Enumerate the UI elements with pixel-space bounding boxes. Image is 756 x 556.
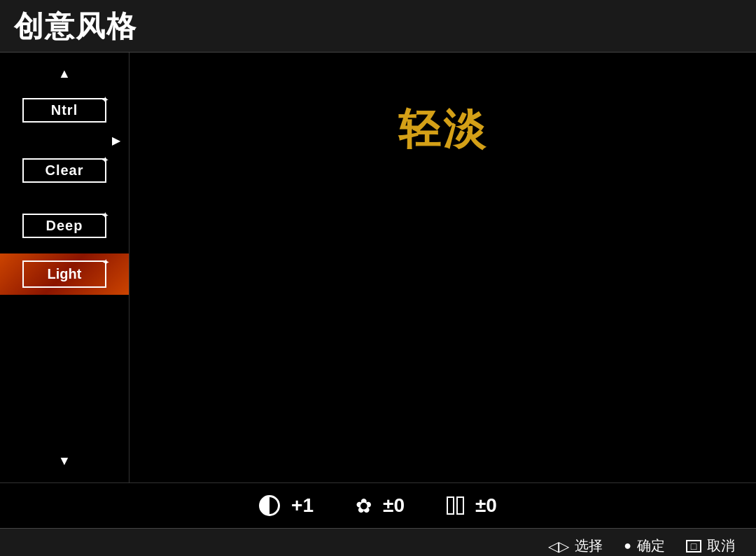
contrast-value: +1 [291, 494, 314, 517]
nav-cancel-icon: □ [686, 540, 701, 552]
sidebar-item-clear[interactable]: Clear ✦ [0, 151, 129, 190]
controls-bar: +1 ✿ ±0 ±0 [0, 482, 756, 528]
nav-cancel-label: 取消 [707, 536, 735, 555]
deep-diamond-icon: ✦ [102, 211, 109, 221]
sharpness-value: ±0 [475, 494, 497, 517]
saturation-icon: ✿ [356, 494, 372, 517]
nav-confirm-label: 确定 [637, 536, 665, 555]
nav-bar: ◁▷ 选择 ● 确定 □ 取消 [0, 528, 756, 556]
ntrl-diamond-icon: ✦ [102, 95, 109, 105]
header: 创意风格 [0, 0, 756, 53]
sidebar: ▲ Ntrl ✦ ▶ Clear ✦ Deep ✦ [0, 53, 130, 482]
deep-label: Deep ✦ [22, 214, 106, 238]
nav-confirm-icon: ● [624, 538, 631, 553]
scroll-up-arrow[interactable]: ▲ [58, 60, 71, 88]
light-diamond-icon: ✦ [102, 258, 109, 267]
ntrl-label: Ntrl ✦ [22, 98, 106, 123]
sidebar-item-ntrl[interactable]: Ntrl ✦ [0, 91, 129, 130]
nav-confirm: ● 确定 [624, 536, 665, 555]
sidebar-right-indicator: ▶ [0, 134, 129, 147]
sidebar-item-light[interactable]: Light ✦ [0, 253, 129, 295]
clear-label: Clear ✦ [22, 158, 106, 183]
nav-select: ◁▷ 选择 [548, 536, 603, 555]
style-name-chinese: 轻淡 [398, 106, 488, 153]
sidebar-item-deep[interactable]: Deep ✦ [0, 207, 129, 245]
saturation-control: ✿ ±0 [356, 494, 405, 517]
center-panel: 轻淡 [130, 53, 756, 482]
sharpness-control: ±0 [447, 494, 497, 517]
page-title: 创意风格 [14, 10, 137, 43]
light-label-box: Light ✦ [22, 260, 106, 288]
nav-cancel: □ 取消 [686, 536, 735, 555]
contrast-icon [259, 495, 280, 516]
clear-diamond-icon: ✦ [102, 155, 109, 165]
sharpness-icon [447, 496, 464, 515]
style-name-display: 轻淡 [398, 102, 488, 158]
nav-select-icon: ◁▷ [548, 538, 569, 555]
saturation-value: ±0 [383, 494, 405, 517]
nav-select-label: 选择 [575, 536, 603, 555]
contrast-control: +1 [259, 494, 314, 517]
scroll-down-arrow[interactable]: ▼ [58, 447, 71, 475]
